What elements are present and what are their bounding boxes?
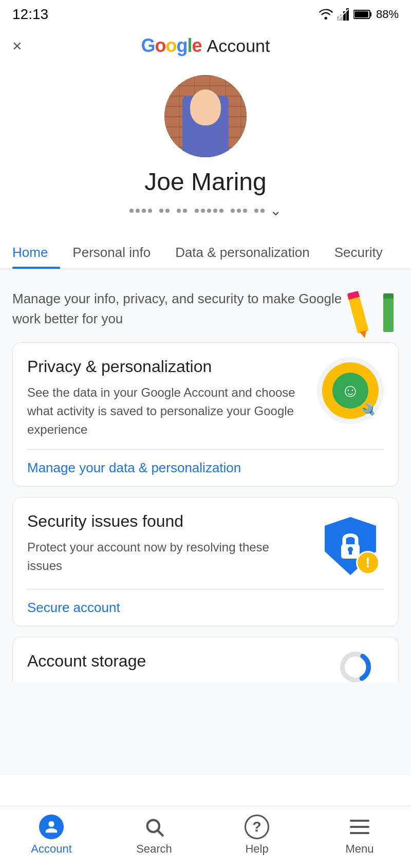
- privacy-card-link[interactable]: Manage your data & personalization: [13, 450, 398, 486]
- header: × Google Account: [0, 27, 411, 65]
- person-icon: ☺: [341, 380, 360, 401]
- status-icons: 88%: [319, 8, 399, 21]
- help-circle-icon: ?: [245, 815, 269, 839]
- header-title: Google Account: [141, 35, 270, 57]
- nav-item-help[interactable]: ? Help: [206, 815, 308, 856]
- nav-item-account[interactable]: Account: [0, 815, 103, 856]
- warning-badge: !: [356, 551, 380, 575]
- avatar-head: [190, 89, 221, 125]
- signal-icon: [337, 8, 349, 21]
- menu-bar-1: [350, 820, 369, 822]
- account-circle-icon: [39, 815, 64, 839]
- status-time: 12:13: [12, 6, 48, 23]
- privacy-icon: ☺ 🔧: [317, 357, 384, 424]
- user-name: Joe Maring: [144, 168, 266, 196]
- security-card-body: Security issues found Protect your accou…: [13, 497, 398, 589]
- storage-card: Account storage: [12, 637, 399, 682]
- intro-text: Manage your info, privacy, and security …: [12, 289, 352, 329]
- help-nav-label: Help: [245, 842, 268, 856]
- avatar-photo: [164, 75, 247, 157]
- svg-point-0: [325, 17, 327, 20]
- email-dots: [129, 204, 265, 217]
- search-nav-label: Search: [136, 842, 172, 856]
- google-logo: Google: [141, 35, 202, 57]
- privacy-card-title: Privacy & personalization: [27, 357, 307, 376]
- header-account-label: Account: [207, 36, 270, 56]
- battery-percentage: 88%: [376, 8, 399, 21]
- pencil-ruler-icon: [352, 286, 394, 332]
- bottom-navigation: Account Search ? Help Menu: [0, 806, 411, 868]
- tab-security[interactable]: Security: [322, 236, 395, 269]
- security-icon: !: [317, 512, 384, 579]
- search-nav-icon: [142, 815, 166, 839]
- battery-icon: [353, 9, 372, 20]
- security-card-description: Protect your account now by resolving th…: [27, 538, 307, 575]
- tab-data-personalization[interactable]: Data & personalization: [163, 236, 322, 269]
- tab-personal-info[interactable]: Personal info: [60, 236, 163, 269]
- intro-row: Manage your info, privacy, and security …: [12, 280, 399, 342]
- menu-bar-3: [350, 832, 369, 834]
- bottom-spacer: [12, 682, 399, 765]
- avatar[interactable]: [164, 75, 247, 157]
- privacy-card-description: See the data in your Google Account and …: [27, 383, 307, 439]
- privacy-card-body: Privacy & personalization See the data i…: [13, 343, 398, 449]
- chevron-down-icon: ⌄: [270, 202, 282, 219]
- tab-bar: Home Personal info Data & personalizatio…: [0, 236, 411, 269]
- wrench-icon: 🔧: [361, 402, 384, 424]
- profile-section: Joe Maring ⌄: [0, 65, 411, 236]
- svg-line-16: [158, 831, 163, 836]
- nav-item-search[interactable]: Search: [103, 815, 206, 856]
- menu-nav-label: Menu: [345, 842, 373, 856]
- wifi-icon: [319, 9, 333, 20]
- menu-nav-icon: [347, 815, 372, 839]
- tools-icon: [352, 286, 399, 332]
- security-icon-container: !: [317, 512, 384, 579]
- close-button[interactable]: ×: [12, 38, 22, 54]
- main-content: Manage your info, privacy, and security …: [0, 269, 411, 775]
- svg-rect-8: [354, 11, 368, 17]
- privacy-card-text: Privacy & personalization See the data i…: [27, 357, 317, 439]
- privacy-icon-container: ☺ 🔧: [317, 357, 384, 424]
- svg-rect-12: [349, 550, 352, 555]
- help-nav-icon: ?: [245, 815, 269, 839]
- person-icon: [44, 820, 59, 834]
- tab-home[interactable]: Home: [12, 236, 60, 269]
- hamburger-icon: [347, 815, 372, 839]
- security-card-text: Security issues found Protect your accou…: [27, 512, 317, 575]
- status-bar: 12:13 88%: [0, 0, 411, 27]
- nav-item-menu[interactable]: Menu: [308, 815, 411, 856]
- storage-card-header: Account storage: [27, 652, 384, 682]
- privacy-card: Privacy & personalization See the data i…: [12, 342, 399, 487]
- user-email[interactable]: ⌄: [129, 202, 282, 219]
- security-card-link[interactable]: Secure account: [13, 589, 398, 626]
- ruler-shape: [383, 293, 394, 332]
- security-card-title: Security issues found: [27, 512, 307, 531]
- svg-rect-7: [370, 12, 371, 16]
- storage-card-title: Account storage: [27, 652, 146, 671]
- account-nav-icon: [39, 815, 64, 839]
- account-nav-label: Account: [31, 842, 72, 856]
- security-card: Security issues found Protect your accou…: [12, 497, 399, 626]
- storage-icon: [332, 652, 384, 682]
- search-icon: [144, 817, 164, 837]
- storage-donut-icon: [332, 652, 379, 682]
- menu-bar-2: [350, 826, 369, 828]
